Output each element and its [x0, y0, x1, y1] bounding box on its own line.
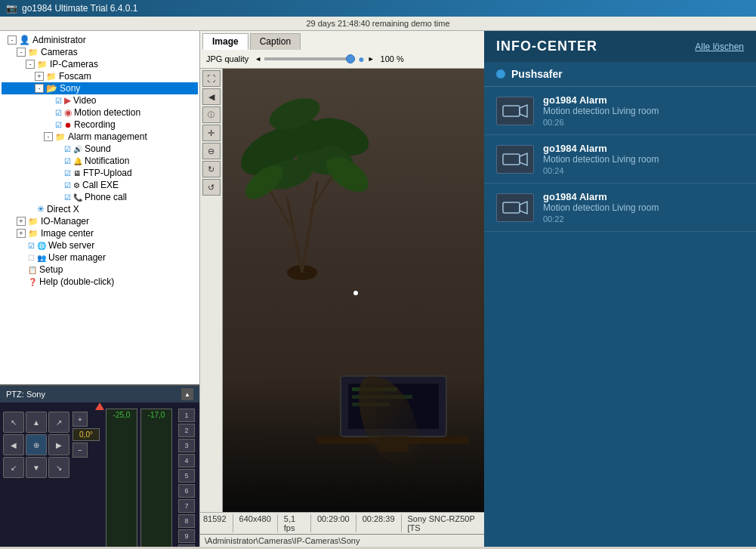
ptz-preset-8[interactable]: 8: [178, 514, 195, 528]
tree-label-sony: Sony: [60, 83, 80, 94]
folder-icon-ip: 📁: [37, 60, 48, 69]
ptz-top-arrow: [95, 402, 104, 410]
ptz-preset-6[interactable]: 6: [178, 484, 195, 498]
quality-slider[interactable]: [264, 57, 355, 60]
tree-item-recording[interactable]: ☑ ⏺ Recording: [2, 119, 198, 131]
motion-icon: ◉: [64, 107, 72, 118]
tree-expand-image-center[interactable]: +: [17, 229, 26, 238]
alarm-info-1: go1984 Alarm Motion detection Living roo…: [543, 94, 744, 127]
tree-item-alarm-management[interactable]: - 📁 Alarm management: [2, 131, 198, 143]
folder-icon: 📁: [28, 48, 39, 57]
svg-rect-20: [503, 106, 520, 116]
ptz-up-right-button[interactable]: ↗: [48, 412, 69, 433]
tree-label-directx: Direct X: [47, 204, 79, 214]
ptz-preset-10[interactable]: 10: [178, 544, 195, 547]
camera-feed: [223, 69, 484, 512]
ptz-preset-2[interactable]: 2: [178, 424, 195, 437]
svg-marker-21: [520, 105, 527, 117]
ptz-zoom-out-button[interactable]: −: [73, 443, 88, 458]
alarm-info-2: go1984 Alarm Motion detection Living roo…: [543, 143, 744, 175]
tree-item-directx[interactable]: ✳ Direct X: [2, 203, 198, 215]
tree-expand-alarm[interactable]: -: [44, 132, 53, 141]
minus-button[interactable]: ⊖: [202, 143, 221, 159]
ptz-preset-3[interactable]: 3: [178, 439, 195, 452]
ptz-down-button[interactable]: ▼: [26, 457, 47, 478]
info-button[interactable]: ⓘ: [202, 106, 221, 123]
ptz-preset-1[interactable]: 1: [178, 409, 195, 422]
tree-item-setup[interactable]: 📋 Setup: [2, 264, 198, 276]
ptz-preset-7[interactable]: 7: [178, 499, 195, 513]
ptz-up-left-button[interactable]: ↖: [3, 412, 24, 433]
ptz-down-left-button[interactable]: ↙: [3, 457, 24, 478]
alarm-item-2[interactable]: go1984 Alarm Motion detection Living roo…: [484, 135, 756, 184]
quality-arrow-right: ►: [368, 55, 375, 63]
tree-item-motion-detection[interactable]: ☑ ◉ Motion detection: [2, 106, 198, 119]
tree-item-call-exe[interactable]: ☑ ⚙ Call EXE: [2, 179, 198, 191]
ptz-header: PTZ: Sony ▲: [0, 386, 199, 402]
alarm-item-1[interactable]: go1984 Alarm Motion detection Living roo…: [484, 87, 756, 135]
ptz-preset-9[interactable]: 9: [178, 529, 195, 543]
ptz-center-button[interactable]: ⊕: [26, 434, 47, 455]
tree-expand-ip-cameras[interactable]: -: [26, 60, 35, 69]
alarm-desc-1: Motion detection Living room: [543, 106, 744, 116]
tree-expand-foscam[interactable]: +: [35, 72, 44, 81]
tree-label-call-exe: Call EXE: [82, 180, 119, 190]
scroll-left-button[interactable]: ◀: [202, 88, 221, 105]
ptz-preset-5[interactable]: 5: [178, 469, 195, 483]
ptz-right-button[interactable]: ▶: [48, 434, 69, 455]
rotate-ccw-button[interactable]: ↺: [202, 179, 221, 196]
alle-loschen-button[interactable]: Alle löschen: [695, 42, 744, 52]
phone-icon: 📞: [73, 193, 82, 202]
tree-label-ip-cameras: IP-Cameras: [50, 59, 98, 69]
tree-item-image-center[interactable]: + 📁 Image center: [2, 227, 198, 239]
ptz-preset-4[interactable]: 4: [178, 454, 195, 467]
tree-label-video: Video: [73, 95, 96, 106]
ptz-zoom-controls: + 0,0° −: [73, 412, 100, 547]
tree-label-alarm-management: Alarm management: [68, 131, 147, 142]
tree-item-user-manager[interactable]: ☐ 👥 User manager: [2, 251, 198, 264]
scene-plant: [227, 76, 378, 288]
fullscreen-button[interactable]: ⛶: [202, 70, 221, 87]
tree-item-phone-call[interactable]: ☑ 📞 Phone call: [2, 191, 198, 203]
tree-expand-sony[interactable]: -: [35, 84, 44, 93]
tree-item-ip-cameras[interactable]: - 📁 IP-Cameras: [2, 58, 198, 70]
tab-caption[interactable]: Caption: [250, 33, 301, 50]
alarm-camera-icon-3: [496, 193, 534, 222]
tree-item-sony[interactable]: - 📂 Sony: [2, 82, 198, 94]
tree-label-phone-call: Phone call: [85, 192, 127, 202]
crosshair-button[interactable]: ✛: [202, 125, 221, 141]
status-resolution: 640x480: [239, 514, 278, 532]
alarm-item-3[interactable]: go1984 Alarm Motion detection Living roo…: [484, 184, 756, 232]
svg-marker-23: [520, 153, 527, 165]
tree-item-video[interactable]: ☑ ▶ Video: [2, 94, 198, 106]
tree-label-setup: Setup: [39, 264, 63, 275]
tree-item-help[interactable]: ❓ Help (double-click): [2, 276, 198, 288]
quality-label: JPG quality: [206, 54, 248, 63]
tree-view[interactable]: - 👤 Administrator - 📁 Cameras - 📁 IP-Cam…: [0, 31, 199, 384]
tree-item-administrator[interactable]: - 👤 Administrator: [2, 34, 198, 46]
tab-image[interactable]: Image: [202, 33, 248, 50]
rotate-cw-button[interactable]: ↻: [202, 161, 221, 177]
ptz-down-right-button[interactable]: ↘: [48, 457, 69, 478]
ptz-left-button[interactable]: ◀: [3, 434, 24, 455]
tree-expand-io[interactable]: +: [17, 217, 26, 226]
tree-item-sound[interactable]: ☑ 🔊 Sound: [2, 143, 198, 155]
status-id: 81592: [203, 514, 233, 532]
setup-icon: 📋: [28, 266, 37, 274]
tree-item-ftp-upload[interactable]: ☑ 🖥 FTP-Upload: [2, 167, 198, 179]
tree-item-web-server[interactable]: ☑ 🌐 Web server: [2, 239, 198, 251]
ptz-zoom-in-button[interactable]: +: [73, 412, 88, 427]
alarm-desc-3: Motion detection Living room: [543, 202, 744, 213]
tree-item-notification[interactable]: ☑ 🔔 Notification: [2, 155, 198, 167]
tree-expand-admin[interactable]: -: [8, 35, 17, 45]
quality-value: 100 %: [381, 54, 404, 63]
svg-rect-22: [503, 154, 520, 165]
tree-item-foscam[interactable]: + 📁 Foscam: [2, 70, 198, 82]
check-icon-motion: ☑: [55, 109, 62, 117]
tree-expand-cameras[interactable]: -: [17, 48, 26, 57]
tree-item-io-manager[interactable]: + 📁 IO-Manager: [2, 215, 198, 227]
ptz-up-button[interactable]: ▲: [26, 412, 47, 433]
image-area-wrap: ⛶ ◀ ⓘ ✛ ⊖ ↻ ↺: [200, 69, 484, 512]
ptz-scroll-up-button[interactable]: ▲: [181, 388, 193, 400]
tree-item-cameras[interactable]: - 📁 Cameras: [2, 46, 198, 58]
